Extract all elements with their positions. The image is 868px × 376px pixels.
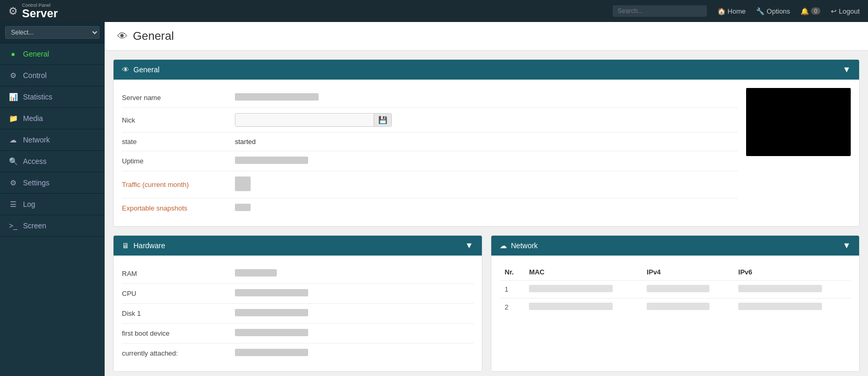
topnav: ⚙ Control Panel Server 🏠 Home 🔧 Options …: [0, 0, 868, 22]
net-ipv4-1: [641, 281, 733, 298]
general-panel: 👁 General ▼ Server name: [113, 59, 860, 227]
general-panel-title: General: [133, 65, 160, 74]
access-icon: 🔍: [8, 157, 18, 165]
hw-row-ram: RAM: [122, 264, 474, 284]
sidebar-item-label: Control: [23, 71, 47, 80]
traffic-value: [235, 176, 738, 193]
col-nr: Nr.: [500, 264, 524, 281]
sidebar-item-media[interactable]: 📁 Media: [0, 108, 105, 129]
nick-save-button[interactable]: 💾: [374, 114, 391, 126]
sidebar-item-network[interactable]: ☁ Network: [0, 129, 105, 151]
settings-icon: ⚙: [8, 179, 18, 187]
attached-label: currently attached:: [122, 349, 227, 357]
home-link[interactable]: 🏠 Home: [717, 7, 746, 15]
server-select[interactable]: Select...: [5, 26, 99, 39]
cpu-redacted: [235, 289, 308, 296]
server-name-value: [235, 93, 738, 102]
server-selector[interactable]: Select...: [0, 22, 105, 43]
network-panel-header: ☁ Network ▼: [491, 236, 860, 256]
stats-icon: 📊: [8, 93, 18, 101]
net-mac-2: [524, 298, 641, 316]
state-value: started: [235, 138, 738, 146]
snapshots-redacted: [235, 204, 251, 211]
nick-row: Nick 💾: [122, 108, 738, 132]
server-name-row: Server name: [122, 88, 738, 108]
col-mac: MAC: [524, 264, 641, 281]
sidebar-item-control[interactable]: ⚙ Control: [0, 65, 105, 86]
nick-input-wrap: 💾: [235, 113, 392, 127]
gear-icon: ⚙: [8, 5, 18, 17]
panel-eye-icon: 👁: [122, 65, 129, 74]
cpu-label: CPU: [122, 290, 227, 297]
uptime-label: Uptime: [122, 157, 227, 165]
page-title: General: [133, 29, 174, 43]
circle-icon: ●: [8, 50, 18, 58]
hw-row-attached: currently attached:: [122, 344, 474, 363]
traffic-row: Traffic (current month): [122, 171, 738, 198]
sidebar-nav: ● General ⚙ Control 📊 Statistics 📁 Media…: [0, 43, 105, 376]
disk1-label: Disk 1: [122, 309, 227, 317]
hw-row-disk1: Disk 1: [122, 304, 474, 324]
sidebar-item-label: General: [23, 50, 49, 58]
server-name-redacted: [235, 93, 319, 101]
page-header: 👁 General: [105, 22, 868, 51]
network-table-header: Nr. MAC IPv4 IPv6: [500, 264, 851, 281]
net-nr-1: 1: [500, 281, 524, 298]
net-nr-2: 2: [500, 298, 524, 316]
ram-label: RAM: [122, 270, 227, 278]
general-fields: Server name Nick 💾: [122, 88, 738, 218]
col-ipv4: IPv4: [641, 264, 733, 281]
sidebar-item-log[interactable]: ☰ Log: [0, 194, 105, 215]
eye-icon: 👁: [117, 30, 128, 42]
bootdevice-redacted: [235, 329, 308, 336]
sidebar-item-general[interactable]: ● General: [0, 43, 105, 65]
col-ipv6: IPv6: [733, 264, 851, 281]
uptime-row: Uptime: [122, 151, 738, 171]
sidebar-item-label: Settings: [23, 179, 50, 187]
state-row: state started: [122, 132, 738, 151]
hardware-chevron-icon[interactable]: ▼: [465, 241, 474, 250]
sidebar-item-label: Log: [23, 200, 35, 208]
hw-row-cpu: CPU: [122, 284, 474, 304]
general-panel-body: Server name Nick 💾: [114, 80, 859, 226]
hardware-panel-header: 🖥 Hardware ▼: [114, 236, 482, 256]
network-panel-body: Nr. MAC IPv4 IPv6 1: [491, 256, 860, 324]
network-chevron-icon[interactable]: ▼: [842, 241, 851, 250]
sidebar-item-label: Statistics: [23, 93, 52, 101]
notifications-link[interactable]: 🔔 0: [801, 7, 820, 15]
traffic-redacted: [235, 176, 251, 191]
snapshots-row: Exportable snapshots: [122, 198, 738, 218]
state-label: state: [122, 138, 227, 146]
chevron-down-icon[interactable]: ▼: [842, 65, 851, 74]
snapshots-value: [235, 204, 738, 213]
sidebar-item-label: Access: [23, 157, 47, 165]
nick-input[interactable]: [235, 114, 374, 126]
options-link[interactable]: 🔧 Options: [756, 7, 790, 15]
wrench-icon: 🔧: [756, 7, 764, 15]
hardware-icon: 🖥: [122, 241, 129, 250]
network-panel: ☁ Network ▼ Nr. MAC IPv4: [491, 235, 860, 372]
network-row-1: 1: [500, 281, 851, 298]
sidebar-item-statistics[interactable]: 📊 Statistics: [0, 86, 105, 108]
logout-link[interactable]: ↩ Logout: [831, 7, 860, 15]
nick-label: Nick: [122, 116, 227, 124]
state-text: started: [235, 138, 256, 146]
sidebar-item-label: Network: [23, 136, 50, 144]
net-ipv6-1: [733, 281, 851, 298]
nick-value: 💾: [235, 113, 738, 127]
network-row-2: 2: [500, 298, 851, 316]
search-input[interactable]: [613, 5, 707, 17]
traffic-label: Traffic (current month): [122, 181, 227, 189]
hardware-panel-body: RAM CPU Disk 1 first boot device: [114, 256, 482, 371]
sidebar-item-label: Screen: [23, 222, 46, 230]
network-panel-title: Network: [511, 241, 538, 250]
console-preview: [746, 88, 851, 218]
server-name-label: Server name: [122, 94, 227, 102]
sidebar-item-screen[interactable]: >_ Screen: [0, 215, 105, 237]
sidebar-item-settings[interactable]: ⚙ Settings: [0, 172, 105, 194]
media-icon: 📁: [8, 114, 18, 123]
ram-redacted: [235, 269, 277, 277]
sidebar-item-access[interactable]: 🔍 Access: [0, 151, 105, 172]
hardware-panel-title: Hardware: [133, 241, 165, 250]
brand: ⚙ Control Panel Server: [8, 3, 58, 19]
